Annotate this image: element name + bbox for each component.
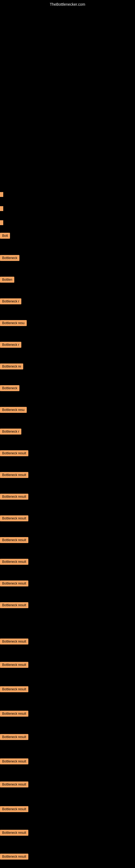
result-item-r16: Bottleneck result <box>0 559 28 566</box>
bottleneck-result-label: Bottleneck result <box>0 494 28 500</box>
bottleneck-result-label: Bottleneck result <box>0 806 28 812</box>
bottleneck-result-label: Bottleneck r <box>0 429 21 435</box>
bottleneck-result-label: Bottleneck result <box>0 559 28 565</box>
bottleneck-result-label: Bottleneck r <box>0 342 21 348</box>
result-item-r22: Bottleneck result <box>0 711 28 718</box>
bottleneck-result-label: Bottleneck r <box>0 299 21 304</box>
result-item-r10: Bottleneck r <box>0 429 21 436</box>
indicator-ind2 <box>0 206 3 211</box>
result-item-r20: Bottleneck result <box>0 662 28 669</box>
bottleneck-result-label: Bottleneck result <box>0 639 28 645</box>
result-item-r28: Bottleneck result <box>0 854 28 861</box>
bottleneck-result-label: Bottleneck result <box>0 734 28 740</box>
bottleneck-result-label: Bottleneck result <box>0 854 28 860</box>
result-item-r17: Bottleneck result <box>0 581 28 588</box>
bottleneck-result-label: Bottleneck result <box>0 662 28 668</box>
bottleneck-result-label: Bottleneck result <box>0 758 28 764</box>
bottleneck-result-label: Bottleneck <box>0 385 19 391</box>
bottleneck-result-label: Bottleneck result <box>0 686 28 692</box>
result-item-r21: Bottleneck result <box>0 686 28 693</box>
result-item-r9: Bottleneck resu <box>0 407 27 414</box>
bottleneck-result-label: Bottlen <box>0 277 14 283</box>
bottleneck-result-label: Bottleneck result <box>0 472 28 478</box>
bottleneck-result-label: Bottleneck resu <box>0 320 27 326</box>
indicator-ind1 <box>0 192 3 197</box>
result-item-r14: Bottleneck result <box>0 516 28 522</box>
result-item-r13: Bottleneck result <box>0 494 28 501</box>
bottleneck-result-label: Bottleneck result <box>0 516 28 521</box>
bottleneck-result-label: Bottleneck result <box>0 450 28 456</box>
result-item-r26: Bottleneck result <box>0 806 28 813</box>
result-item-r8: Bottleneck <box>0 385 19 392</box>
result-item-r11: Bottleneck result <box>0 450 28 457</box>
result-item-r5: Bottleneck resu <box>0 320 27 327</box>
bottleneck-result-label: Bott <box>0 233 10 239</box>
result-item-r4: Bottleneck r <box>0 299 21 305</box>
result-item-r15: Bottleneck result <box>0 537 28 544</box>
bottleneck-result-label: Bottleneck resu <box>0 407 27 413</box>
result-item-r1: Bott <box>0 233 10 240</box>
result-item-r12: Bottleneck result <box>0 472 28 479</box>
result-item-r27: Bottleneck result <box>0 830 28 837</box>
bottleneck-result-label: Bottleneck result <box>0 781 28 787</box>
bottleneck-result-label: Bottleneck result <box>0 602 28 608</box>
result-item-r23: Bottleneck result <box>0 734 28 741</box>
result-item-r25: Bottleneck result <box>0 781 28 788</box>
result-item-r7: Bottleneck re <box>0 364 23 371</box>
indicator-ind3 <box>0 220 3 225</box>
bottleneck-result-label: Bottleneck result <box>0 830 28 836</box>
result-item-r3: Bottlen <box>0 277 14 284</box>
bottleneck-result-label: Bottleneck result <box>0 711 28 717</box>
bottleneck-result-label: Bottleneck re <box>0 364 23 369</box>
result-item-r6: Bottleneck r <box>0 342 21 349</box>
bottleneck-result-label: Bottleneck result <box>0 581 28 586</box>
bottleneck-result-label: Bottleneck result <box>0 537 28 543</box>
bottleneck-result-label: Bottleneck <box>0 255 19 261</box>
result-item-r2: Bottleneck <box>0 255 19 262</box>
result-item-r18: Bottleneck result <box>0 602 28 609</box>
result-item-r24: Bottleneck result <box>0 758 28 766</box>
result-item-r19: Bottleneck result <box>0 639 28 646</box>
site-title: TheBottlenecker.com <box>50 2 85 6</box>
